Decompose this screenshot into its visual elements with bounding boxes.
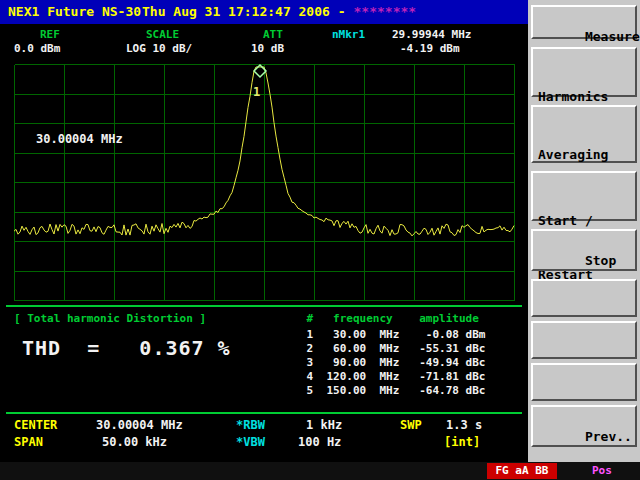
softkey-blank-3[interactable] [531, 363, 637, 401]
vbw-value: 100 Hz [298, 435, 341, 449]
sweep-value: 1.3 s [446, 418, 482, 432]
pos-indicator: Pos [592, 464, 612, 477]
prev-softkey-label: Prev.. [585, 429, 632, 444]
scale-value: LOG 10 dB/ [126, 42, 192, 55]
harmonic-row: 4 120.00 MHz -71.81 dBc [300, 370, 485, 384]
measure-softkey[interactable]: Measure [531, 5, 637, 39]
display-area: REF SCALE ATT nMkr1 29.99944 MHz 0.0 dBm… [0, 24, 528, 462]
thd-value: THD = 0.367 % [22, 336, 231, 360]
harmonic-row: 2 60.00 MHz -55.31 dBc [300, 342, 485, 356]
scale-label: SCALE [146, 28, 179, 41]
center-value: 30.00004 MHz [96, 418, 183, 432]
start-restart-label-line1: Start / [538, 212, 630, 230]
fg-status-indicator: FG aA BB [487, 463, 557, 479]
averaging-softkey[interactable]: Averaging OFF ON [531, 105, 637, 163]
start-restart-softkey[interactable]: Start / Restart [531, 171, 637, 221]
status-bar: FG aA BB Pos [0, 462, 640, 480]
divider-footer [6, 412, 522, 414]
att-value: 10 dB [251, 42, 284, 55]
marker-number: 1 [253, 85, 260, 99]
harmonics-table-header: # frequency amplitude [300, 312, 479, 325]
stop-softkey-label: Stop [585, 253, 616, 268]
harmonic-row: 5 150.00 MHz -64.78 dBc [300, 384, 485, 398]
sweep-label: SWP [400, 418, 422, 432]
measure-softkey-label: Measure [585, 29, 640, 44]
harmonics-table: 1 30.00 MHz -0.08 dBm 2 60.00 MHz -55.31… [300, 328, 485, 398]
harmonic-row: 3 90.00 MHz -49.94 dBc [300, 356, 485, 370]
center-frequency-readout: 30.00004 MHz [36, 132, 123, 146]
stop-softkey[interactable]: Stop [531, 229, 637, 271]
rbw-label: *RBW [236, 418, 265, 432]
spectrum-analyzer-ui: NEX1 Future NS-30 Thu Aug 31 17:12:47 20… [0, 0, 640, 480]
averaging-softkey-label: Averaging [538, 146, 630, 164]
graticule [15, 65, 515, 301]
spectrum-plot [14, 64, 515, 301]
span-label: SPAN [14, 435, 43, 449]
ref-label: REF [40, 28, 60, 41]
softkey-blank-1[interactable] [531, 279, 637, 317]
harmonic-row: 1 30.00 MHz -0.08 dBm [300, 328, 485, 342]
ref-value: 0.0 dBm [14, 42, 60, 55]
rbw-value: 1 kHz [306, 418, 342, 432]
session-stars: ******** [354, 4, 417, 19]
datetime: Thu Aug 31 17:12:47 2006 -******** [142, 4, 416, 19]
vbw-label: *VBW [236, 435, 265, 449]
harmonics-softkey[interactable]: Harmonics [ 5 ] [531, 47, 637, 97]
marker-amplitude: -4.19 dBm [400, 42, 460, 55]
thd-section-title: [ Total harmonic Distortion ] [14, 312, 206, 325]
softkey-blank-2[interactable] [531, 321, 637, 359]
harmonics-softkey-label: Harmonics [538, 88, 630, 106]
divider-thd [6, 305, 522, 307]
marker-label: nMkr1 [332, 28, 365, 41]
datetime-text: Thu Aug 31 17:12:47 2006 - [142, 4, 346, 19]
marker-frequency: 29.99944 MHz [392, 28, 471, 41]
span-value: 50.00 kHz [102, 435, 167, 449]
softkey-sidebar: Measure Harmonics [ 5 ] Averaging OFF ON… [528, 0, 640, 462]
device-title: NEX1 Future NS-30 [8, 4, 141, 19]
titlebar: NEX1 Future NS-30 Thu Aug 31 17:12:47 20… [0, 0, 528, 24]
prev-softkey[interactable]: Prev.. [531, 405, 637, 447]
source-indicator: [int] [444, 435, 480, 449]
center-label: CENTER [14, 418, 57, 432]
att-label: ATT [263, 28, 283, 41]
